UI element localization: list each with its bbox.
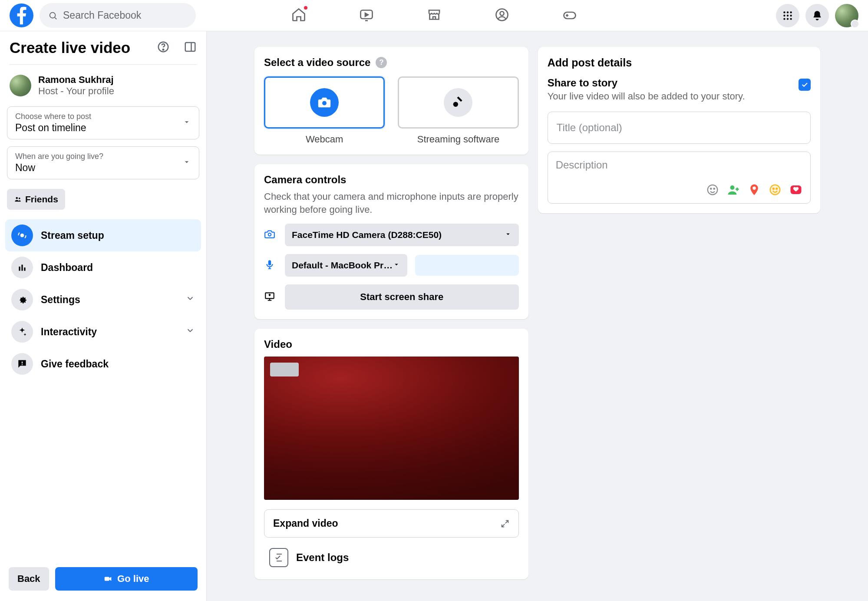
emoji-picker-icon[interactable] (706, 183, 719, 198)
video-camera-icon (103, 574, 113, 584)
dashboard-icon (11, 257, 33, 278)
svg-point-35 (730, 185, 735, 190)
svg-point-33 (710, 188, 712, 189)
svg-point-37 (773, 188, 774, 189)
title-input[interactable]: Title (optional) (548, 112, 811, 144)
location-icon[interactable] (748, 183, 761, 198)
host-subtitle: Host - Your profile (38, 86, 114, 97)
caret-down-icon (182, 158, 191, 168)
description-input[interactable]: Description (548, 152, 811, 204)
feeling-icon[interactable] (769, 183, 782, 198)
post-destination-label: Choose where to post (15, 112, 191, 121)
nav-stream-setup[interactable]: Stream setup (5, 219, 201, 251)
back-button[interactable]: Back (9, 567, 49, 591)
notifications-icon[interactable] (805, 4, 829, 27)
schedule-value: Now (15, 162, 191, 174)
post-destination-select[interactable]: Choose where to post Post on timeline (7, 106, 199, 139)
post-destination-value: Post on timeline (15, 122, 191, 134)
go-live-button[interactable]: Go live (55, 567, 198, 591)
svg-rect-24 (22, 364, 23, 365)
nav-give-feedback-label: Give feedback (41, 358, 109, 370)
video-source-heading: Select a video source (264, 56, 370, 69)
top-nav (291, 7, 578, 24)
svg-rect-16 (185, 43, 195, 51)
microphone-icon (264, 259, 277, 272)
microphone-level-meter (415, 255, 518, 276)
svg-rect-4 (564, 12, 575, 19)
top-bar: Search Facebook (0, 0, 868, 31)
svg-point-17 (16, 197, 18, 199)
go-live-label: Go live (117, 573, 149, 584)
nav-home-icon[interactable] (291, 7, 307, 24)
sidebar-footer: Back Go live (0, 561, 206, 601)
svg-rect-25 (105, 577, 109, 581)
svg-point-26 (322, 101, 327, 105)
account-avatar[interactable] (835, 4, 858, 27)
event-logs-row[interactable]: Event logs (264, 548, 519, 570)
svg-point-9 (787, 14, 789, 16)
source-streaming-option[interactable]: Streaming software (398, 76, 518, 145)
post-details-heading: Add post details (548, 56, 811, 69)
search-input[interactable]: Search Facebook (40, 3, 196, 28)
title-placeholder: Title (optional) (557, 122, 622, 133)
svg-point-12 (787, 18, 789, 20)
screen-share-icon (264, 291, 277, 304)
expand-video-button[interactable]: Expand video (264, 509, 519, 538)
help-tooltip-icon[interactable]: ? (376, 57, 387, 68)
svg-point-3 (500, 11, 504, 15)
description-placeholder: Description (556, 159, 802, 171)
main-content: Select a video source ? Webcam (207, 31, 868, 601)
host-row[interactable]: Ramona Sukhraj Host - Your profile (0, 74, 206, 106)
audience-chip[interactable]: Friends (7, 189, 65, 210)
post-details-card: Add post details Share to story Your liv… (538, 47, 820, 213)
sidebar: Create live video Ramona Sukhraj Host - … (0, 31, 207, 601)
svg-point-38 (776, 188, 777, 189)
nav-watch-icon[interactable] (359, 7, 374, 24)
camera-device-icon (264, 228, 277, 241)
video-heading: Video (264, 338, 519, 350)
nav-gaming-icon[interactable] (562, 7, 578, 24)
nav-stream-setup-label: Stream setup (41, 230, 104, 241)
svg-point-13 (790, 18, 792, 20)
camera-controls-heading: Camera controls (264, 174, 519, 186)
nav-interactivity[interactable]: Interactivity (5, 316, 201, 348)
expand-video-label: Expand video (273, 518, 338, 529)
share-to-story-subtitle: Your live video will also be added to yo… (548, 91, 799, 102)
screen-share-button[interactable]: Start screen share (285, 284, 519, 310)
sparkle-icon (11, 321, 33, 343)
facebook-logo[interactable] (10, 3, 33, 27)
schedule-select[interactable]: When are you going live? Now (7, 146, 199, 179)
host-avatar (10, 75, 31, 96)
microphone-device-select[interactable]: Default - MacBook Pr… (285, 254, 407, 277)
support-icon[interactable] (789, 183, 802, 198)
caret-down-icon (182, 118, 191, 128)
source-webcam-option[interactable]: Webcam (264, 76, 385, 145)
nav-marketplace-icon[interactable] (426, 7, 442, 24)
video-source-card: Select a video source ? Webcam (254, 47, 528, 155)
nav-give-feedback[interactable]: Give feedback (5, 348, 201, 380)
screen-share-label: Start screen share (360, 291, 443, 302)
camera-controls-subtext: Check that your camera and microphone in… (264, 190, 519, 216)
camera-device-select[interactable]: FaceTime HD Camera (D288:CE50) (285, 224, 519, 246)
svg-point-10 (790, 14, 792, 16)
nav-settings[interactable]: Settings (5, 284, 201, 316)
video-preview (264, 357, 519, 500)
svg-point-11 (783, 18, 785, 20)
svg-point-29 (268, 233, 271, 236)
audience-chip-label: Friends (25, 194, 58, 205)
nav-dashboard[interactable]: Dashboard (5, 251, 201, 284)
menu-grid-icon[interactable] (776, 4, 799, 27)
camera-controls-card: Camera controls Check that your camera a… (254, 164, 528, 319)
panel-toggle-icon[interactable] (184, 40, 197, 55)
svg-point-8 (783, 14, 785, 16)
search-placeholder: Search Facebook (63, 10, 141, 21)
nav-groups-icon[interactable] (494, 7, 510, 24)
chevron-down-icon (185, 326, 195, 338)
microphone-device-value: Default - MacBook Pr… (292, 260, 393, 271)
sidebar-nav: Stream setup Dashboard Settings Interact… (0, 216, 206, 383)
help-icon[interactable] (157, 40, 170, 55)
tag-people-icon[interactable] (727, 183, 740, 198)
gear-icon (11, 289, 33, 310)
share-to-story-checkbox[interactable] (799, 79, 811, 91)
svg-point-27 (453, 102, 458, 107)
